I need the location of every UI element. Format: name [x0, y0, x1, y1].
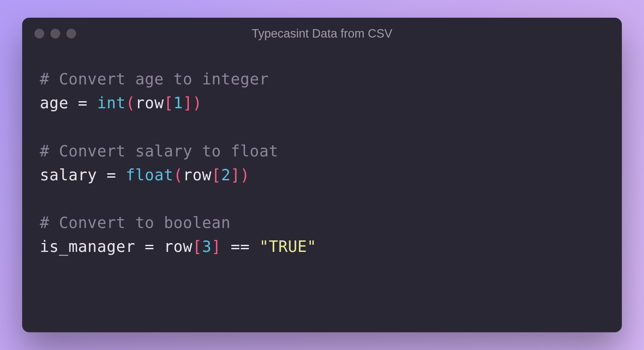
blank-line — [40, 115, 604, 139]
string: "TRUE" — [259, 238, 316, 255]
code-line: is_manager = row[3] == "TRUE" — [40, 235, 604, 259]
identifier: age — [40, 94, 69, 112]
comment: # Convert salary to float — [40, 142, 278, 160]
comment: # Convert age to integer — [40, 70, 269, 88]
code-line: age = int(row[1]) — [40, 91, 604, 115]
window-title: Typecasint Data from CSV — [22, 27, 622, 41]
function: float — [126, 166, 173, 184]
traffic-lights — [34, 29, 76, 38]
blank-line — [40, 187, 604, 211]
bracket: [ — [211, 166, 221, 184]
paren: ( — [126, 94, 135, 112]
identifier: row — [183, 166, 212, 184]
number: 1 — [173, 94, 183, 112]
code-line: # Convert age to integer — [40, 67, 604, 91]
operator: = — [107, 166, 116, 184]
operator: == — [230, 238, 249, 255]
identifier: row — [164, 238, 192, 255]
identifier: salary — [40, 166, 97, 184]
bracket: [ — [164, 94, 173, 112]
bracket: ] — [211, 238, 221, 255]
code-line: salary = float(row[2]) — [40, 163, 604, 187]
number: 2 — [221, 166, 231, 184]
paren: ( — [173, 166, 183, 184]
paren: ) — [192, 94, 202, 112]
comment: # Convert to boolean — [40, 214, 230, 232]
operator: = — [78, 94, 88, 112]
titlebar: Typecasint Data from CSV — [22, 18, 622, 49]
minimize-icon[interactable] — [50, 29, 60, 38]
paren: ) — [240, 166, 250, 184]
close-icon[interactable] — [34, 29, 44, 38]
code-line: # Convert salary to float — [40, 139, 604, 163]
function: int — [97, 94, 126, 112]
bracket: ] — [183, 94, 193, 112]
identifier: is_manager — [40, 238, 135, 255]
identifier: row — [135, 94, 164, 112]
maximize-icon[interactable] — [66, 29, 76, 38]
code-window: Typecasint Data from CSV # Convert age t… — [22, 18, 622, 332]
code-line: # Convert to boolean — [40, 211, 604, 235]
number: 3 — [202, 238, 212, 255]
bracket: [ — [192, 238, 202, 255]
code-area: # Convert age to integer age = int(row[1… — [22, 49, 622, 332]
operator: = — [145, 238, 154, 255]
bracket: ] — [230, 166, 240, 184]
